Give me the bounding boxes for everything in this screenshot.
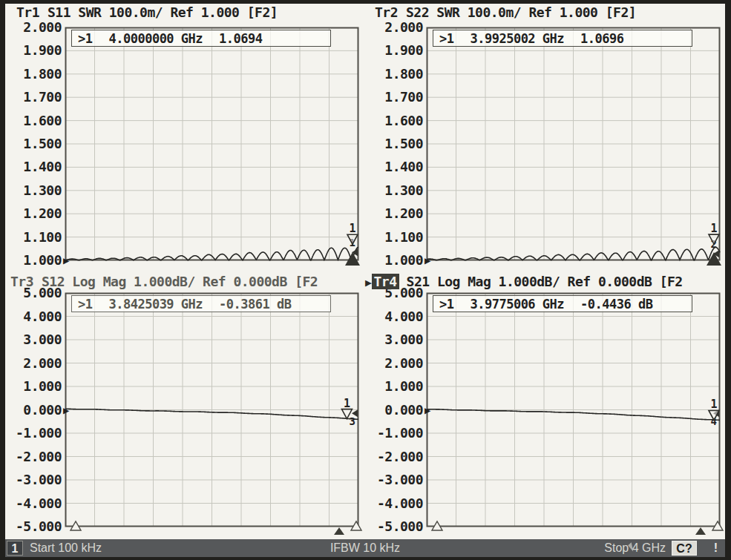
y-axis-label: 1.700 [364,90,423,105]
marker-id: >1 [439,297,453,312]
y-axis-label: 1.500 [5,136,62,151]
marker-stimulus: 3.8425039 GHz [108,297,203,312]
y-axis-label: 3.000 [5,332,62,347]
trace-label-tr4: Tr4 [372,274,399,289]
y-axis-label: -5.000 [5,519,62,534]
marker-stimulus-indicator-icon [695,527,706,535]
trace-title-text: S22 SWR 100.0m/ Ref 1.000 [F2] [406,4,636,20]
marker-stimulus-indicator-icon [334,527,344,535]
plot-svg: 41 [427,293,731,541]
trace-title-text: S11 SWR 100.0m/ Ref 1.000 [F2] [47,4,278,20]
y-axis-label: 3.000 [364,332,423,347]
y-axis-label: 1.600 [364,113,423,128]
trace-label-tr3: Tr3 [10,274,34,289]
plot-svg: 31 [65,293,370,541]
marker-value: 1.0694 [219,31,262,46]
ref-level-arrow-icon: ▶ [424,403,430,417]
trace-title-text: S12 Log Mag 1.000dB/ Ref 0.000dB [F2 [42,274,318,289]
plot-svg: 21 [427,27,731,275]
marker-id: >1 [78,31,92,46]
marker-stimulus: 3.9775006 GHz [470,297,564,312]
marker-stimulus: 4.0000000 GHz [108,31,203,46]
y-axis-label: 2.000 [364,20,423,35]
graticule-tr4: 5.0004.0003.0002.0001.0000.000▶-1.000-2.… [364,273,725,539]
y-axis-label: -1.000 [5,426,62,441]
y-axis-label: 1.200 [364,206,423,221]
quadrant-tr2-s22: Tr2S22 SWR 100.0m/ Ref 1.000 [F2] 2.0001… [364,4,725,273]
svg-text:1: 1 [349,222,355,235]
active-trace-arrow-icon: ▶ [365,276,372,289]
svg-text:1: 1 [710,398,717,411]
marker-id: >1 [439,31,453,46]
svg-text:1: 1 [344,397,350,410]
ref-level-arrow-icon: ▶ [424,254,430,267]
y-axis-label: 1.100 [5,230,62,245]
trace-title-tr1[interactable]: Tr1S11 SWR 100.0m/ Ref 1.000 [F2] [16,4,278,21]
sweep-stop-label[interactable]: Stop 4 GHz [604,541,666,556]
ifbw-label[interactable]: IFBW 10 kHz [330,541,400,556]
status-bar: 1 Start 100 kHz IFBW 10 kHz Stop 4 GHz C… [5,539,725,557]
graticule-tr3: 5.0004.0003.0002.0001.0000.000▶-1.000-2.… [5,273,364,539]
y-axis-label: -3.000 [364,472,423,487]
y-axis-label: 1.800 [364,67,423,82]
marker-readout-tr1: >1 4.0000000 GHz 1.0694 [71,30,331,47]
y-axis-label: 4.000 [5,309,62,324]
quadrant-tr1-s11: Tr1S11 SWR 100.0m/ Ref 1.000 [F2] 2.0001… [5,4,364,273]
y-axis-label: 1.100 [364,230,423,245]
y-axis-label: 1.300 [364,183,423,198]
y-axis-label: 2.000 [364,356,423,371]
y-axis-label: 4.000 [364,309,423,324]
y-axis-label: -4.000 [5,496,62,511]
quadrant-tr3-s12: Tr3S12 Log Mag 1.000dB/ Ref 0.000dB [F2 … [5,273,364,539]
sweep-start-label[interactable]: Start 100 kHz [30,541,102,556]
correction-status-badge: C? [672,541,697,556]
y-axis-label: 1.000 [5,253,62,268]
quadrant-tr4-s21: ▶Tr4S21 Log Mag 1.000dB/ Ref 0.000dB [F2… [364,273,725,539]
y-axis-label: 2.000 [5,20,62,35]
trace-title-tr4[interactable]: ▶Tr4S21 Log Mag 1.000dB/ Ref 0.000dB [F2 [365,274,683,290]
y-axis-label: -2.000 [5,449,62,464]
y-axis-label: 1.200 [5,206,62,221]
trace-label-tr2: Tr2 [374,4,399,20]
trace-title-tr3[interactable]: Tr3S12 Log Mag 1.000dB/ Ref 0.000dB [F2 [10,274,318,290]
y-axis-label: 2.000 [5,356,62,371]
y-axis-label: 1.000 [364,253,423,268]
svg-text:3: 3 [350,415,355,427]
marker-readout-tr2: >1 3.9925002 GHz 1.0696 [433,30,692,47]
y-axis-label: 1.900 [364,43,423,58]
marker-value: -0.4436 dB [580,297,652,312]
y-axis-label: 1.300 [5,183,62,198]
marker-id: >1 [78,297,92,312]
y-axis-label: 1.700 [5,90,62,105]
y-axis-label: 1.400 [5,159,62,174]
y-axis-label: -4.000 [364,496,423,511]
marker-readout-tr3: >1 3.8425039 GHz -0.3861 dB [71,295,331,312]
y-axis-label: -5.000 [364,519,423,534]
y-axis-label: 0.000 [364,403,423,418]
y-axis-label: 0.000 [5,403,62,418]
svg-text:1: 1 [710,222,717,235]
marker-value: 1.0696 [580,31,623,46]
y-axis-label: -3.000 [5,472,62,487]
y-axis-label: -2.000 [364,449,423,464]
marker-stimulus: 3.9925002 GHz [470,31,564,46]
analyzer-screen: Tr1S11 SWR 100.0m/ Ref 1.000 [F2] 2.0001… [5,4,725,557]
y-axis-label: 1.900 [5,43,62,58]
y-axis-label: 1.500 [364,136,423,151]
y-axis-label: 1.400 [364,159,423,174]
plot-svg: 11 [65,27,370,275]
marker-value: -0.3861 dB [219,297,291,312]
ref-level-arrow-icon: ▶ [63,403,69,417]
trace-title-tr2[interactable]: Tr2S22 SWR 100.0m/ Ref 1.000 [F2] [374,4,636,21]
y-axis-label: -1.000 [364,426,423,441]
marker-readout-tr4: >1 3.9775006 GHz -0.4436 dB [433,295,692,312]
trace-label-tr1: Tr1 [16,4,40,20]
channel-number[interactable]: 1 [7,541,23,556]
alert-indicator: ! [714,541,718,556]
y-axis-label: 1.800 [5,67,62,82]
y-axis-label: 1.000 [364,379,423,394]
y-axis-label: 1.600 [5,113,62,128]
trace-title-text: S21 Log Mag 1.000dB/ Ref 0.000dB [F2 [407,274,683,289]
ref-level-arrow-icon: ▶ [63,254,69,267]
y-axis-label: 1.000 [5,379,62,394]
